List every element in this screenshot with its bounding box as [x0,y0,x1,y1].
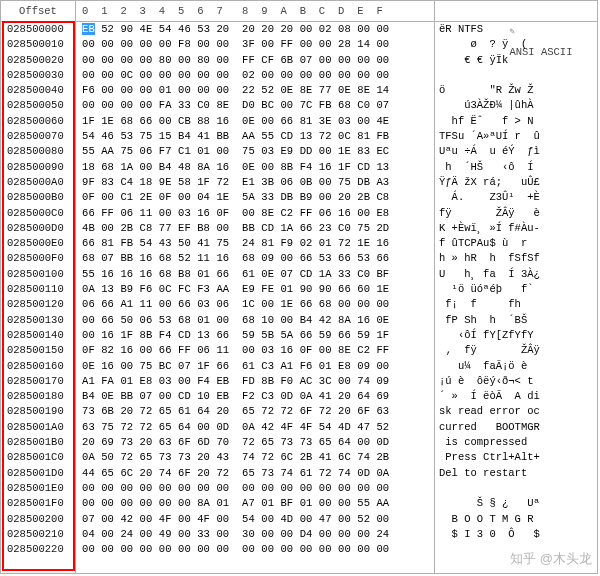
offset-cell[interactable]: 0285001C0 [1,450,75,465]
ascii-row[interactable]: Press Ctrl+Alt+ [435,450,597,465]
hex-row[interactable]: 1F 1E 68 66 00 CB 88 16 0E 00 66 81 3E 0… [76,114,434,129]
ascii-row[interactable]: U h¸ fa Í 3À¿ [435,267,597,282]
offset-cell[interactable]: 028500080 [1,144,75,159]
hex-row[interactable]: A1 FA 01 E8 03 00 F4 EB FD 8B F0 AC 3C 0… [76,374,434,389]
offset-cell[interactable]: 028500210 [1,527,75,542]
offset-cell[interactable]: 028500060 [1,114,75,129]
ascii-row[interactable]: fÿ ŽÂÿ è [435,206,597,221]
hex-row[interactable]: 07 00 42 00 4F 00 4F 00 54 00 4D 00 47 0… [76,512,434,527]
ascii-row[interactable]: f ûTCPAu$ ù r [435,236,597,251]
ascii-row[interactable]: TFSu ´A»ªUÍ r û [435,129,597,144]
ascii-row[interactable]: Uªu ÷Á u éÝ ƒì [435,144,597,159]
ascii-row[interactable]: ö "R Žw Ž [435,83,597,98]
offset-cell[interactable]: 028500130 [1,313,75,328]
offset-cell[interactable]: 0285001A0 [1,420,75,435]
hex-row[interactable]: 04 00 24 00 49 00 33 00 30 00 00 D4 00 0… [76,527,434,542]
offset-cell[interactable]: 028500010 [1,37,75,52]
ascii-row[interactable]: Š § ¿ Uª [435,496,597,511]
hex-row[interactable]: 0F 00 C1 2E 0F 00 04 1E 5A 33 DB B9 00 2… [76,190,434,205]
offset-cell[interactable]: 028500100 [1,267,75,282]
ascii-row[interactable]: f¡ f fh [435,297,597,312]
hex-row[interactable]: 66 FF 06 11 00 03 16 0F 00 8E C2 FF 06 1… [76,206,434,221]
ascii-row[interactable]: curred BOOTMGR [435,420,597,435]
ascii-row[interactable]: Del to restart [435,466,597,481]
hex-row[interactable]: 55 AA 75 06 F7 C1 01 00 75 03 E9 DD 00 1… [76,144,434,159]
hex-row[interactable]: 68 07 BB 16 68 52 11 16 68 09 00 66 53 6… [76,251,434,266]
offset-cell[interactable]: 0285000C0 [1,206,75,221]
ascii-row[interactable]: B O O T M G R [435,512,597,527]
ascii-row[interactable]: sk read error oc [435,404,597,419]
hex-row[interactable]: 0E 16 00 75 BC 07 1F 66 61 C3 A1 F6 01 E… [76,359,434,374]
hex-row[interactable]: 0F 82 16 00 66 FF 06 11 00 03 16 0F 00 8… [76,343,434,358]
hex-row[interactable]: 44 65 6C 20 74 6F 20 72 65 73 74 61 72 7… [76,466,434,481]
hex-row[interactable]: 00 00 00 00 00 00 8A 01 A7 01 BF 01 00 0… [76,496,434,511]
ascii-row[interactable]: hf Ëˆ f > N [435,114,597,129]
ascii-row[interactable]: is compressed [435,435,597,450]
ascii-row[interactable]: ¡ú è ôëý‹ð¬< t [435,374,597,389]
hex-row[interactable]: 00 00 00 00 00 00 00 00 00 00 00 00 00 0… [76,542,434,557]
ascii-row[interactable]: h ´HŠ ‹ô Í [435,160,597,175]
offset-cell[interactable]: 028500220 [1,542,75,557]
offset-cell[interactable]: 028500160 [1,359,75,374]
hex-row[interactable]: 20 69 73 20 63 6F 6D 70 72 65 73 73 65 6… [76,435,434,450]
hex-row[interactable]: 63 75 72 72 65 64 00 0D 0A 42 4F 4F 54 4… [76,420,434,435]
hex-row[interactable]: 00 00 0C 00 00 00 00 00 02 00 00 00 00 0… [76,68,434,83]
offset-cell[interactable]: 0285000B0 [1,190,75,205]
ascii-row[interactable] [435,68,597,83]
ascii-row[interactable]: fP Sh h ´BŠ [435,313,597,328]
offset-cell[interactable]: 0285001D0 [1,466,75,481]
ascii-row[interactable]: K +Èwï¸ »Í f#Àu- [435,221,597,236]
hex-row[interactable]: 0A 50 72 65 73 73 20 43 74 72 6C 2B 41 6… [76,450,434,465]
hex-row[interactable]: 06 66 A1 11 00 66 03 06 1C 00 1E 66 68 0… [76,297,434,312]
hex-row[interactable]: 00 00 00 00 FA 33 C0 8E D0 BC 00 7C FB 6… [76,98,434,113]
hex-row[interactable]: 00 66 50 06 53 68 01 00 68 10 00 B4 42 8… [76,313,434,328]
hex-row[interactable]: B4 0E BB 07 00 CD 10 EB F2 C3 0D 0A 41 2… [76,389,434,404]
hex-row[interactable]: 00 00 00 00 00 F8 00 00 3F 00 FF 00 00 2… [76,37,434,52]
hex-row[interactable]: 00 16 1F 8B F4 CD 13 66 59 5B 5A 66 59 6… [76,328,434,343]
offset-cell[interactable]: 028500020 [1,53,75,68]
ascii-row[interactable]: ‚ fÿ ŽÂÿ [435,343,597,358]
ascii-row[interactable]: Á. Z3Û¹ +È [435,190,597,205]
offset-cell[interactable]: 028500030 [1,68,75,83]
offset-cell[interactable]: 028500170 [1,374,75,389]
ascii-row[interactable]: ø ? ÿ ( [435,37,597,52]
offset-cell[interactable]: 028500070 [1,129,75,144]
hex-row[interactable]: 66 81 FB 54 43 50 41 75 24 81 F9 02 01 7… [76,236,434,251]
offset-cell[interactable]: 0285001B0 [1,435,75,450]
offset-cell[interactable]: 0285001F0 [1,496,75,511]
ascii-row[interactable]: $ I 3 0 Ô $ [435,527,597,542]
offset-cell[interactable]: 028500050 [1,98,75,113]
hex-row[interactable]: EB 52 90 4E 54 46 53 20 20 20 20 00 02 0… [76,22,434,37]
offset-cell[interactable]: 028500040 [1,83,75,98]
offset-cell[interactable]: 028500150 [1,343,75,358]
offset-cell[interactable]: 028500090 [1,160,75,175]
ascii-row[interactable]: ŸƒÄ žX rá; uÛ£ [435,175,597,190]
hex-row[interactable]: 00 00 00 00 00 00 00 00 00 00 00 00 00 0… [76,481,434,496]
offset-cell[interactable]: 028500190 [1,404,75,419]
offset-cell[interactable]: 028500140 [1,328,75,343]
hex-row[interactable]: 4B 00 2B C8 77 EF B8 00 BB CD 1A 66 23 C… [76,221,434,236]
ascii-row[interactable]: ´ » Í ëòÃ A di [435,389,597,404]
hex-row[interactable]: 18 68 1A 00 B4 48 8A 16 0E 00 8B F4 16 1… [76,160,434,175]
ascii-row[interactable] [435,542,597,557]
ascii-row[interactable]: € € ÿÏk [435,53,597,68]
ascii-row[interactable] [435,481,597,496]
offset-cell[interactable]: 0285000A0 [1,175,75,190]
hex-row[interactable]: F6 00 00 00 01 00 00 00 22 52 0E 8E 77 0… [76,83,434,98]
hex-row[interactable]: 55 16 16 16 68 B8 01 66 61 0E 07 CD 1A 3… [76,267,434,282]
hex-row[interactable]: 00 00 00 00 80 00 80 00 FF CF 6B 07 00 0… [76,53,434,68]
cursor-byte[interactable]: EB [82,23,95,35]
offset-cell[interactable]: 028500120 [1,297,75,312]
ascii-row[interactable]: h » hR h fSfSf [435,251,597,266]
hex-row[interactable]: 9F 83 C4 18 9E 58 1F 72 E1 3B 06 0B 00 7… [76,175,434,190]
offset-cell[interactable]: 0285000E0 [1,236,75,251]
offset-cell[interactable]: 0285000D0 [1,221,75,236]
ascii-row[interactable]: u¼ faÃ¡ö è [435,359,597,374]
ascii-row[interactable]: ú3ÀŽÐ¼ |ûhÀ [435,98,597,113]
offset-cell[interactable]: 028500180 [1,389,75,404]
hex-row[interactable]: 0A 13 B9 F6 0C FC F3 AA E9 FE 01 90 90 6… [76,282,434,297]
offset-cell[interactable]: 028500200 [1,512,75,527]
offset-cell[interactable]: 028500000 [1,22,75,37]
ascii-row[interactable]: ¹ö üóªéþ f` [435,282,597,297]
offset-cell[interactable]: 028500110 [1,282,75,297]
